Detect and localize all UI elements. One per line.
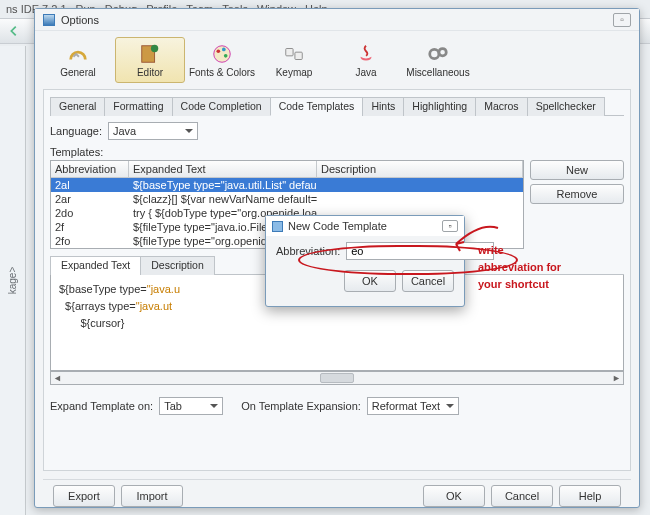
- cat-java[interactable]: Java: [331, 37, 401, 83]
- options-bottom-bar: Export Import OK Cancel Help: [43, 479, 631, 511]
- options-title: Options: [61, 14, 99, 26]
- table-row[interactable]: 2ar${clazz}[] ${var newVarName default="…: [51, 192, 523, 206]
- svg-point-4: [217, 49, 221, 53]
- cat-keymap[interactable]: Keymap: [259, 37, 329, 83]
- cat-misc[interactable]: Miscellaneous: [403, 37, 473, 83]
- back-icon[interactable]: [6, 23, 22, 39]
- subtab-hints[interactable]: Hints: [362, 97, 404, 116]
- options-icon: [43, 14, 55, 26]
- col-abbrev[interactable]: Abbreviation: [51, 161, 129, 177]
- abbrev-label: Abbreviation:: [276, 245, 340, 257]
- scroll-left-icon[interactable]: ◄: [53, 373, 62, 383]
- svg-point-9: [430, 49, 439, 58]
- new-code-template-dialog: New Code Template ▫ Abbreviation: OK Can…: [265, 215, 465, 307]
- language-combo[interactable]: Java: [108, 122, 198, 140]
- svg-point-3: [214, 45, 231, 62]
- svg-rect-7: [286, 48, 293, 55]
- on-expansion-label: On Template Expansion:: [241, 400, 361, 412]
- svg-point-2: [151, 44, 158, 51]
- expand-on-label: Expand Template on:: [50, 400, 153, 412]
- tab-description[interactable]: Description: [140, 256, 215, 275]
- on-expansion-combo[interactable]: Reformat Text: [367, 397, 459, 415]
- popup-title: New Code Template: [288, 220, 387, 232]
- popup-restore-icon[interactable]: ▫: [442, 220, 458, 232]
- cat-editor[interactable]: Editor: [115, 37, 185, 83]
- language-label: Language:: [50, 125, 102, 137]
- ok-button[interactable]: OK: [423, 485, 485, 507]
- popup-title-bar[interactable]: New Code Template ▫: [266, 216, 464, 236]
- col-expanded[interactable]: Expanded Text: [129, 161, 317, 177]
- remove-button[interactable]: Remove: [530, 184, 624, 204]
- expand-on-combo[interactable]: Tab: [159, 397, 223, 415]
- subtab-highlighting[interactable]: Highlighting: [403, 97, 476, 116]
- table-row[interactable]: 2al${baseType type="java.util.List" defa…: [51, 178, 523, 192]
- templates-label: Templates:: [50, 146, 624, 158]
- import-button[interactable]: Import: [121, 485, 183, 507]
- svg-point-10: [439, 48, 446, 55]
- cancel-button[interactable]: Cancel: [491, 485, 553, 507]
- subtab-macros[interactable]: Macros: [475, 97, 527, 116]
- help-button[interactable]: Help: [559, 485, 621, 507]
- scroll-thumb[interactable]: [320, 373, 354, 383]
- horizontal-scrollbar[interactable]: ◄►: [50, 371, 624, 385]
- options-title-bar[interactable]: Options ▫: [35, 9, 639, 31]
- new-button[interactable]: New: [530, 160, 624, 180]
- cat-general[interactable]: General: [43, 37, 113, 83]
- restore-icon[interactable]: ▫: [613, 13, 631, 27]
- col-desc[interactable]: Description: [317, 161, 523, 177]
- popup-icon: [272, 221, 283, 232]
- abbrev-input[interactable]: [346, 242, 494, 260]
- scroll-right-icon[interactable]: ►: [612, 373, 621, 383]
- svg-rect-8: [295, 52, 302, 59]
- left-panel-label: kage>: [7, 267, 18, 295]
- popup-ok-button[interactable]: OK: [344, 270, 396, 292]
- subtab-code-templates[interactable]: Code Templates: [270, 97, 364, 116]
- editor-subtabs: General Formatting Code Completion Code …: [50, 96, 624, 116]
- subtab-spellchecker[interactable]: Spellchecker: [527, 97, 605, 116]
- svg-point-5: [222, 47, 226, 51]
- subtab-general[interactable]: General: [50, 97, 105, 116]
- tab-expanded-text[interactable]: Expanded Text: [50, 256, 141, 275]
- cat-fonts-colors[interactable]: Fonts & Colors: [187, 37, 257, 83]
- svg-point-6: [224, 54, 228, 58]
- options-categories: General Editor Fonts & Colors Keymap Jav…: [35, 31, 639, 89]
- popup-cancel-button[interactable]: Cancel: [402, 270, 454, 292]
- left-panel[interactable]: kage>: [0, 46, 26, 515]
- subtab-formatting[interactable]: Formatting: [104, 97, 172, 116]
- export-button[interactable]: Export: [53, 485, 115, 507]
- subtab-code-completion[interactable]: Code Completion: [172, 97, 271, 116]
